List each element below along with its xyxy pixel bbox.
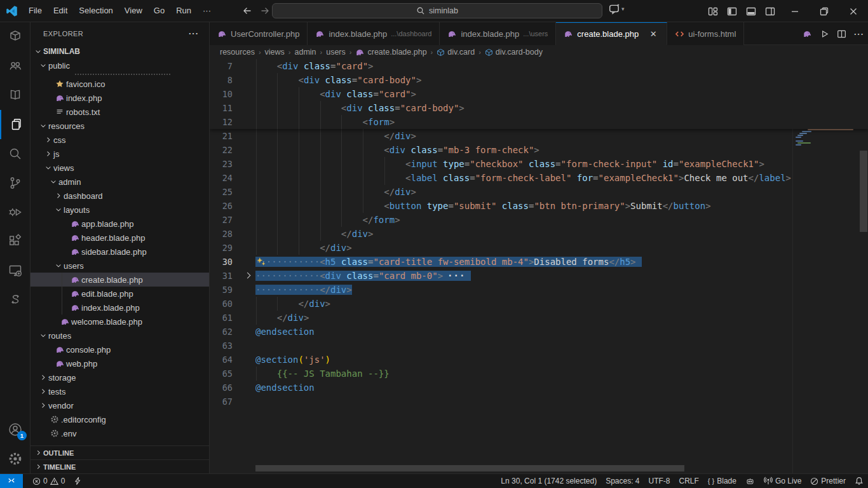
line-number[interactable]: 25 [210,185,243,199]
split-editor-icon[interactable] [837,29,846,39]
tree-item-siminlab[interactable]: SIMINLAB [31,44,209,58]
s-logo-icon[interactable] [0,285,31,315]
php-elephant-icon[interactable] [803,29,812,39]
tree-item-create-blade-php[interactable]: create.blade.php [31,273,209,287]
line-number[interactable]: 8 [210,73,243,87]
code-line-28[interactable]: 28 </div> [210,227,868,241]
horizontal-scrollbar[interactable] [255,465,684,471]
tree-item-console-php[interactable]: console.php [31,342,209,356]
tree-item-sidebar-blade-php[interactable]: sidebar.blade.php [31,245,209,259]
line-number[interactable]: 28 [210,227,243,241]
code-line-8[interactable]: 8 <div class="card-body"> [210,73,868,87]
search-icon[interactable] [0,139,31,168]
back-arrow-icon[interactable] [242,6,252,16]
code-line-67[interactable]: 67 [210,395,868,409]
search-input[interactable]: siminlab [272,3,602,18]
remote-indicator[interactable] [0,474,23,488]
code-line-62[interactable]: 62@endsection [210,325,868,339]
line-number[interactable]: 31 [210,269,243,283]
close-window-button[interactable] [839,0,868,22]
code-line-7[interactable]: 7 <div class="card"> [210,59,868,73]
indentation-status[interactable]: Spaces: 4 [601,474,644,488]
code-line-23[interactable]: 23 <input type="checkbox" class="form-ch… [210,157,868,171]
line-number[interactable]: 21 [210,129,243,143]
encoding-status[interactable]: UTF-8 [644,474,675,488]
remote-explorer-icon[interactable] [0,256,31,285]
problems-status[interactable]: 0 0 [28,474,69,488]
line-number[interactable]: 12 [210,115,243,129]
tree-item-web-php[interactable]: web.php [31,356,209,370]
accounts-icon[interactable]: 1 [0,415,31,444]
code-line-29[interactable]: 29 </div> [210,241,868,255]
line-number[interactable]: 27 [210,213,243,227]
line-number[interactable]: 24 [210,171,243,185]
package-icon[interactable] [0,22,31,51]
line-number[interactable]: 62 [210,325,243,339]
tree-item-favicon-ico[interactable]: favicon.ico [31,77,209,91]
restore-button[interactable] [810,0,839,22]
run-file-icon[interactable] [820,29,829,39]
minimize-button[interactable] [780,0,810,22]
tree-item-dashboard[interactable]: dashboard [31,189,209,203]
code-line-61[interactable]: 61 </div> [210,311,868,325]
tree-item-welcome-blade-php[interactable]: welcome.blade.php [31,315,209,329]
tree-item-tests[interactable]: tests [31,384,209,398]
tree-item-css[interactable]: css [31,133,209,147]
breadcrumb-create-blade-php[interactable]: create.blade.php [355,48,426,57]
thunder-client-icon[interactable] [69,474,86,488]
line-number[interactable]: 11 [210,101,243,115]
line-number[interactable]: 10 [210,87,243,101]
line-number[interactable]: 22 [210,143,243,157]
line-number[interactable]: 7 [210,59,243,73]
line-number[interactable]: 23 [210,157,243,171]
line-number[interactable]: 59 [210,283,243,297]
code-line-25[interactable]: 25 </div> [210,185,868,199]
run-debug-icon[interactable] [0,198,31,227]
vertical-scrollbar[interactable] [860,151,867,232]
tree-item-resources[interactable]: resources [31,119,209,133]
toggle-secondary-sidebar-icon[interactable] [765,6,775,17]
breadcrumb-div-card[interactable]: div.card [437,48,475,57]
code-editor[interactable]: 7 <div class="card">8 <div class="card-b… [210,59,868,473]
section-timeline[interactable]: TIMELINE [31,459,209,473]
tab-usercontroller-php[interactable]: UserController.php [210,22,308,45]
menu-run[interactable]: Run [170,3,197,18]
code-line-12[interactable]: 12 <form> [210,115,868,129]
source-control-icon[interactable] [0,168,31,198]
line-number[interactable]: 67 [210,395,243,409]
code-line-66[interactable]: 66@endsection [210,381,868,395]
settings-gear-icon[interactable] [0,444,31,473]
tree-item--env[interactable]: .env [31,426,209,440]
toggle-panel-icon[interactable] [746,6,756,17]
code-line-21[interactable]: 21 </div> [210,129,868,143]
line-number[interactable]: 64 [210,353,243,367]
toggle-sidebar-icon[interactable] [727,6,737,17]
tree-item-robots-txt[interactable]: robots.txt [31,105,209,119]
go-live-button[interactable]: Go Live [759,474,806,488]
code-line-31[interactable]: 31············<div class="card mb-0">··· [210,269,868,283]
tree-item-js[interactable]: js [31,147,209,161]
tree-item-vendor[interactable]: vendor [31,398,209,412]
line-number[interactable]: 61 [210,311,243,325]
menu-go[interactable]: Go [148,3,170,18]
forward-arrow-icon[interactable] [260,6,270,16]
tab-index-blade-php[interactable]: index.blade.php...\dashboard [308,22,440,45]
extensions-icon[interactable] [0,227,31,256]
code-line-30[interactable]: 30············<h5 class="card-title fw-s… [210,255,868,269]
tab-create-blade-php[interactable]: create.blade.php✕ [556,22,667,45]
tree-item-users[interactable]: users [31,259,209,273]
tree-item-index-blade-php[interactable]: index.blade.php [31,301,209,315]
tab-ui-forms-html[interactable]: ui-forms.html [667,22,744,45]
copilot-status-icon[interactable] [741,474,759,488]
menu-[interactable]: ··· [197,3,217,18]
tree-item-index-php[interactable]: index.php [31,91,209,105]
line-number[interactable]: 63 [210,339,243,353]
breadcrumb-users[interactable]: users [326,48,346,57]
code-line-27[interactable]: 27 </form> [210,213,868,227]
prettier-status[interactable]: Prettier [806,474,850,488]
code-line-60[interactable]: 60 </div> [210,297,868,311]
breadcrumb-resources[interactable]: resources [220,48,255,57]
customize-layout-icon[interactable] [708,6,718,17]
explorer-icon[interactable] [0,110,31,139]
line-number[interactable]: 66 [210,381,243,395]
